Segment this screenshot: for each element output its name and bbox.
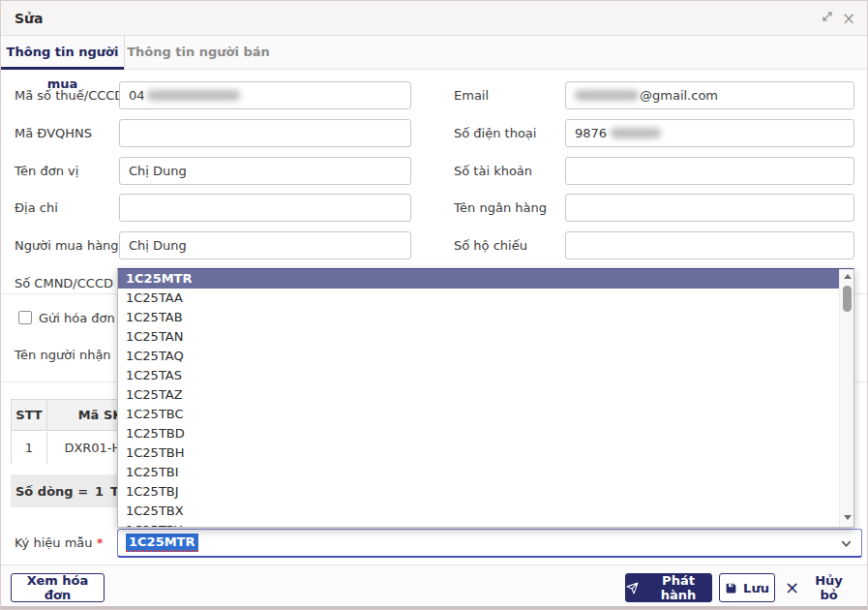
tab-buyer-info[interactable]: Thông tin người mua	[1, 36, 125, 70]
dropdown-option[interactable]: 1C25TBI	[118, 463, 841, 482]
cancel-x-icon: ×	[785, 581, 799, 595]
dropdown-option[interactable]: 1C25TBY	[118, 521, 841, 528]
recipient-label: Tên người nhận	[15, 348, 111, 362]
tax-code-visible-value: 04	[129, 88, 145, 103]
dropdown-option[interactable]: 1C25TAA	[118, 289, 841, 308]
dropdown-option[interactable]: 1C25TBJ	[118, 482, 841, 502]
active-tab-underline	[1, 67, 124, 70]
bank-name-input[interactable]	[565, 194, 854, 222]
dropdown-option[interactable]: 1C25TAN	[118, 327, 841, 347]
view-invoice-button[interactable]: Xem hóa đơn	[11, 573, 105, 602]
dialog-header: Sửa ×	[1, 1, 867, 36]
phone-redacted	[611, 128, 661, 138]
budget-unit-code-input[interactable]	[119, 119, 411, 147]
buyer-name-label: Người mua hàng	[15, 238, 119, 253]
dropdown-items: 1C25MTR1C25TAA1C25TAB1C25TAN1C25TAQ1C25T…	[118, 269, 853, 528]
expand-icon[interactable]	[819, 10, 836, 27]
tax-code-label: Mã số thuế/CCCD	[15, 88, 124, 103]
unit-name-label: Tên đơn vị	[15, 164, 78, 178]
tab-seller-label: Thông tin người bán	[127, 45, 270, 59]
dropdown-option[interactable]: 1C25TAZ	[118, 385, 841, 405]
email-redacted	[575, 90, 639, 101]
address-input[interactable]	[119, 194, 411, 222]
email-visible-value: @gmail.com	[640, 88, 718, 103]
scrollbar-thumb[interactable]	[843, 286, 852, 312]
bank-name-label: Tên ngân hàng	[454, 200, 547, 215]
save-button[interactable]: Lưu	[719, 573, 775, 602]
id-number-label: Số CMND/CCCD	[15, 276, 113, 290]
address-label: Địa chỉ	[15, 200, 58, 215]
budget-unit-code-label: Mã ĐVQHNS	[15, 126, 92, 140]
dropdown-option[interactable]: 1C25TAQ	[118, 347, 841, 366]
rows-count-value: 1	[95, 484, 104, 499]
email-input[interactable]: @gmail.com	[565, 81, 854, 109]
bank-account-input[interactable]	[565, 157, 854, 185]
dialog-title: Sửa	[15, 1, 44, 36]
phone-visible-value: 9876	[575, 126, 607, 140]
dropdown-option[interactable]: 1C25TBX	[118, 502, 841, 521]
edit-dialog: Sửa × Thông tin người mua Thông tin ngườ…	[0, 0, 868, 610]
dropdown-option[interactable]: 1C25TBD	[118, 424, 841, 443]
publish-button[interactable]: Phát hành	[625, 573, 712, 602]
phone-label: Số điện thoại	[454, 126, 536, 140]
passport-input[interactable]	[565, 231, 854, 259]
template-symbol-label-text: Ký hiệu mẫu	[15, 535, 93, 550]
cancel-label: Hủy bỏ	[805, 573, 853, 602]
dialog-footer: Xem hóa đơn Phát hành Lưu × Hủy bỏ	[1, 564, 867, 608]
passport-label: Số hộ chiếu	[454, 238, 527, 253]
template-symbol-label: Ký hiệu mẫu *	[15, 535, 103, 550]
header-stt: STT	[12, 400, 47, 430]
bank-account-label: Số tài khoản	[454, 164, 532, 178]
dropdown-option[interactable]: 1C25TAB	[118, 308, 841, 327]
phone-input[interactable]: 9876	[565, 119, 854, 147]
tax-code-redacted	[147, 90, 240, 101]
cancel-button[interactable]: × Hủy bỏ	[785, 573, 853, 602]
bottom-edge	[1, 606, 867, 609]
tax-code-input[interactable]: 04	[119, 81, 411, 109]
email-label: Email	[454, 88, 489, 103]
scrollbar-down-arrow[interactable]	[840, 510, 854, 525]
template-symbol-selected-text: 1C25MTR	[126, 534, 198, 552]
rows-count-label: Số dòng =	[15, 484, 88, 499]
dropdown-option[interactable]: 1C25TBC	[118, 405, 841, 424]
dropdown-option[interactable]: 1C25TAS	[118, 366, 841, 385]
view-invoice-label: Xem hóa đơn	[12, 573, 104, 602]
required-asterisk: *	[97, 535, 104, 550]
template-symbol-input[interactable]: 1C25MTR	[117, 529, 862, 558]
publish-label: Phát hành	[645, 573, 711, 602]
send-icon	[626, 582, 639, 595]
save-icon	[725, 582, 737, 595]
unit-name-input[interactable]	[119, 157, 411, 185]
row-stt: 1	[12, 432, 47, 464]
send-invoice-checkbox[interactable]	[18, 311, 32, 324]
close-icon[interactable]: ×	[840, 10, 857, 27]
buyer-name-input[interactable]	[119, 231, 411, 259]
dropdown-option[interactable]: 1C25MTR	[118, 269, 841, 289]
template-symbol-dropdown: 1C25MTR1C25TAA1C25TAB1C25TAN1C25TAQ1C25T…	[117, 268, 854, 528]
tab-seller-info[interactable]: Thông tin người bán	[126, 36, 271, 70]
save-label: Lưu	[743, 581, 769, 595]
dropdown-scrollbar[interactable]	[839, 269, 853, 527]
tab-bar: Thông tin người mua Thông tin người bán	[1, 36, 867, 70]
chevron-down-icon[interactable]	[840, 537, 853, 553]
scrollbar-up-arrow[interactable]	[840, 269, 854, 284]
dropdown-option[interactable]: 1C25TBH	[118, 443, 841, 463]
